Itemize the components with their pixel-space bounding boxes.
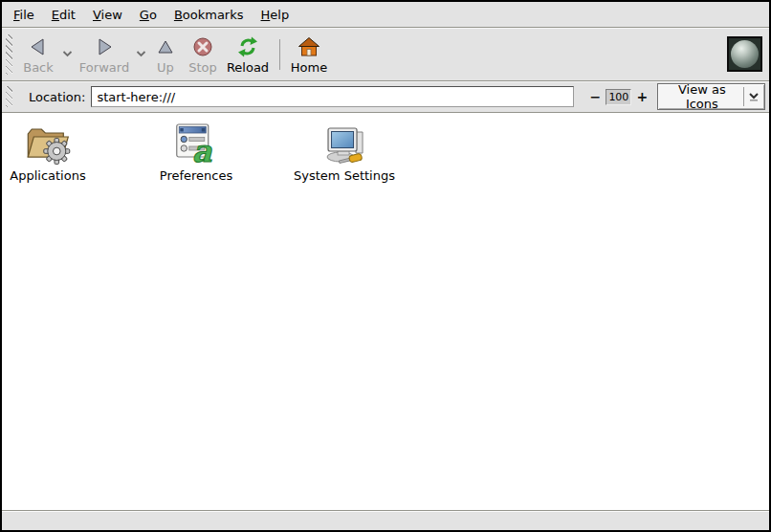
menu-view[interactable]: View xyxy=(84,4,131,26)
reload-icon xyxy=(236,35,259,58)
back-button-label: Back xyxy=(23,60,54,75)
forward-button-label: Forward xyxy=(79,60,129,75)
location-label: Location: xyxy=(29,90,85,104)
stop-button-label: Stop xyxy=(188,60,217,75)
home-button-label: Home xyxy=(291,60,327,75)
menu-edit[interactable]: Edit xyxy=(43,4,84,26)
toolbar-separator xyxy=(279,39,280,70)
system-settings-computer-icon xyxy=(319,122,370,166)
home-icon xyxy=(297,35,320,58)
icon-label: Applications xyxy=(10,168,85,183)
location-bar: Location: − 100 + View as Icons xyxy=(2,81,769,113)
view-mode-label: View as Icons xyxy=(658,82,743,111)
view-mode-dropdown[interactable]: View as Icons xyxy=(657,83,765,110)
svg-text:a: a xyxy=(192,133,213,166)
toolbar-grip-handle[interactable] xyxy=(6,34,12,75)
menu-help[interactable]: Help xyxy=(253,4,298,26)
toolbar: Back Forward Up xyxy=(2,28,769,81)
zoom-out-button[interactable]: − xyxy=(588,90,602,103)
reload-button-label: Reload xyxy=(227,60,269,75)
chevron-down-icon xyxy=(62,51,73,57)
back-arrow-icon xyxy=(27,35,50,58)
up-button-label: Up xyxy=(157,60,174,75)
throbber-sphere-icon xyxy=(731,40,759,68)
throbber xyxy=(727,36,762,72)
icon-label: Preferences xyxy=(160,168,232,183)
icon-system-settings[interactable]: System Settings xyxy=(294,122,395,183)
preferences-dialog-icon: a xyxy=(174,122,218,166)
zoom-controls: − 100 + xyxy=(588,89,649,105)
dropdown-arrow-icon xyxy=(743,87,762,106)
up-button[interactable]: Up xyxy=(148,31,183,78)
zoom-level-indicator: 100 xyxy=(606,89,631,105)
icon-view-pane: Applications xyxy=(2,113,769,510)
home-button[interactable]: Home xyxy=(287,31,331,78)
forward-arrow-icon xyxy=(93,35,116,58)
applications-folder-gear-icon xyxy=(23,122,73,166)
location-bar-grip-handle[interactable] xyxy=(6,86,12,107)
menu-file[interactable]: File xyxy=(5,4,43,26)
back-button[interactable]: Back xyxy=(16,31,60,78)
stop-icon xyxy=(191,35,214,58)
stop-button[interactable]: Stop xyxy=(183,31,223,78)
icon-label: System Settings xyxy=(294,168,395,183)
reload-button[interactable]: Reload xyxy=(223,31,273,78)
forward-button[interactable]: Forward xyxy=(75,31,134,78)
chevron-down-icon xyxy=(136,51,146,57)
menu-bookmarks[interactable]: Bookmarks xyxy=(165,4,253,26)
status-bar xyxy=(2,510,769,530)
zoom-in-button[interactable]: + xyxy=(635,90,649,103)
icon-applications[interactable]: Applications xyxy=(10,122,85,183)
up-arrow-icon xyxy=(154,35,177,58)
back-history-dropdown[interactable] xyxy=(60,35,75,74)
nautilus-window: File Edit View Go Bookmarks Help Back Fo… xyxy=(0,0,771,532)
icon-preferences[interactable]: a Preferences xyxy=(160,122,232,183)
location-input[interactable] xyxy=(91,86,574,107)
menu-bar: File Edit View Go Bookmarks Help xyxy=(2,2,769,28)
menu-go[interactable]: Go xyxy=(131,4,165,26)
forward-history-dropdown[interactable] xyxy=(134,35,148,74)
